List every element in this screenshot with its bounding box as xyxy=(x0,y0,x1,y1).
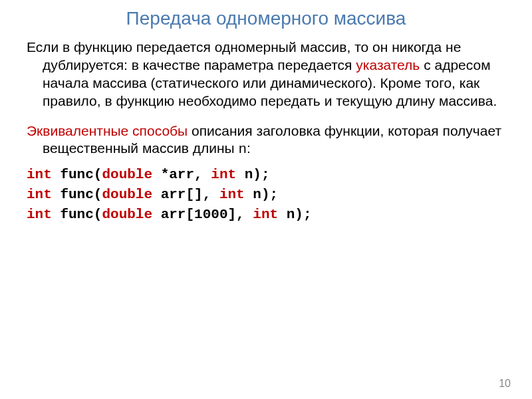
code1-kw2: double xyxy=(102,167,152,182)
code-line-1: int func(double *arr, int n); xyxy=(27,167,505,182)
code2-b: func( xyxy=(52,187,102,202)
paragraph-2: Эквивалентные способы описания заголовка… xyxy=(27,122,505,160)
code3-f: n); xyxy=(278,207,311,222)
code3-kw3: int xyxy=(253,207,278,222)
paragraph-1: Если в функцию передается одномерный мас… xyxy=(27,39,505,110)
para1-highlight: указатель xyxy=(356,57,420,72)
para2-mono-n: n xyxy=(239,142,247,157)
code1-kw3: int xyxy=(211,167,236,182)
code3-d: arr[1000], xyxy=(152,207,253,222)
code-line-2: int func(double arr[], int n); xyxy=(27,187,505,202)
code1-f: n); xyxy=(236,167,269,182)
code3-kw1: int xyxy=(27,207,52,222)
para2-text-c: : xyxy=(247,140,251,156)
code1-kw1: int xyxy=(27,167,52,182)
code-line-3: int func(double arr[1000], int n); xyxy=(27,207,505,222)
code2-kw2: double xyxy=(102,187,152,202)
code1-d: *arr, xyxy=(152,167,211,182)
code2-kw3: int xyxy=(219,187,245,202)
page-number: 10 xyxy=(499,378,511,390)
code2-kw1: int xyxy=(27,187,52,202)
code3-kw2: double xyxy=(102,207,152,222)
code2-d: arr[], xyxy=(152,187,219,202)
code3-b: func( xyxy=(52,207,102,222)
slide-title: Передача одномерного массива xyxy=(27,8,505,29)
code2-f: n); xyxy=(245,187,278,202)
code1-b: func( xyxy=(52,167,102,182)
para2-highlight: Эквивалентные способы xyxy=(27,123,188,138)
